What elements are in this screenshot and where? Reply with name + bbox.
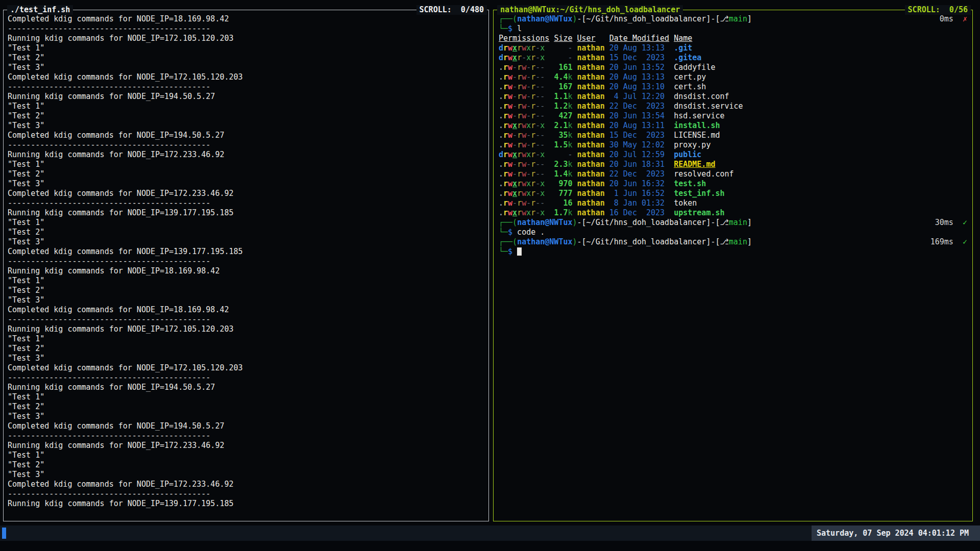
command-line: └─$ code . xyxy=(499,228,972,237)
script-output-line: "Test 1" xyxy=(8,392,488,402)
file-row: .rw-rw-r-- 1.1k nathan 4 Jul 12:20 dnsdi… xyxy=(499,92,972,102)
script-output-line: Completed kdig commands for NODE_IP=194.… xyxy=(8,131,488,140)
file-name: cert.sh xyxy=(674,82,706,91)
script-output-line: Running kdig commands for NODE_IP=139.17… xyxy=(8,499,488,509)
script-output-line: Completed kdig commands for NODE_IP=172.… xyxy=(8,189,488,198)
git-branch-label: main xyxy=(729,237,747,246)
script-output-line: "Test 3" xyxy=(8,63,488,72)
script-output-line: ----------------------------------------… xyxy=(8,24,488,34)
script-output-line: Completed kdig commands for NODE_IP=139.… xyxy=(8,247,488,257)
file-name: resolved.conf xyxy=(674,169,733,179)
script-output-line: ----------------------------------------… xyxy=(8,489,488,499)
file-row: .rw-rw-r-- 35k nathan 15 Dec 2023 LICENS… xyxy=(499,131,972,140)
script-output-line: "Test 3" xyxy=(8,237,488,247)
file-row: .rw-rw-r-- 16 nathan 8 Jan 01:32 token xyxy=(499,198,972,208)
script-output-line: "Test 1" xyxy=(8,160,488,169)
screen-bottom-strip xyxy=(0,541,980,551)
script-output-line: "Test 2" xyxy=(8,111,488,121)
script-output-line: ----------------------------------------… xyxy=(8,198,488,208)
file-row: .rw-rw-r-- 427 nathan 20 Jun 13:54 hsd.s… xyxy=(499,111,972,121)
command-duration: 30ms ✓ xyxy=(935,218,967,228)
file-row: drwxr-xr-x - nathan 15 Dec 2023 .gitea xyxy=(499,53,972,63)
script-output-line: "Test 3" xyxy=(8,412,488,421)
script-output-line: Running kdig commands for NODE_IP=172.10… xyxy=(8,324,488,334)
file-name: cert.py xyxy=(674,72,706,82)
file-name: public xyxy=(674,150,701,159)
script-output-line: "Test 2" xyxy=(8,402,488,412)
script-output-line: Completed kdig commands for NODE_IP=194.… xyxy=(8,421,488,431)
script-output-line: "Test 3" xyxy=(8,295,488,305)
script-output-line: "Test 1" xyxy=(8,102,488,111)
script-output-line: Running kdig commands for NODE_IP=194.50… xyxy=(8,383,488,392)
git-branch-label: main xyxy=(729,14,747,23)
script-output-line: "Test 2" xyxy=(8,460,488,470)
file-name: README.md xyxy=(674,160,715,169)
script-output-line: Running kdig commands for NODE_IP=172.23… xyxy=(8,441,488,450)
file-row: drwxrwxr-x - nathan 20 Jul 12:59 public xyxy=(499,150,972,160)
script-output-line: Running kdig commands for NODE_IP=172.10… xyxy=(8,34,488,43)
git-branch-label: main xyxy=(729,218,747,227)
desktop-screen: ./test_inf.sh SCROLL: 0/480 Completed kd… xyxy=(0,0,980,551)
script-output-line: "Test 1" xyxy=(8,43,488,53)
file-row: .rw-rw-r-- 167 nathan 20 Aug 13:10 cert.… xyxy=(499,82,972,92)
script-output-line: "Test 2" xyxy=(8,169,488,179)
pane-right-shell[interactable]: nathan@NWTux:~/Git/hns_doh_loadbalancer … xyxy=(493,0,973,521)
script-output-line: Completed kdig commands for NODE_IP=172.… xyxy=(8,72,488,82)
script-output-line: "Test 2" xyxy=(8,53,488,63)
pane-right-border: ┌──(nathan@NWTux)-[~/Git/hns_doh_loadbal… xyxy=(493,10,973,521)
file-name: .git xyxy=(674,43,692,53)
pane-right-title: nathan@NWTux:~/Git/hns_doh_loadbalancer xyxy=(497,5,683,15)
file-row: .rwxrwxr-x 777 nathan 1 Jun 16:52 test_i… xyxy=(499,189,972,198)
file-row: .rw-rw-r-- 161 nathan 20 Jun 13:52 Caddy… xyxy=(499,63,972,72)
file-name: test_inf.sh xyxy=(674,189,724,198)
script-output-line: "Test 1" xyxy=(8,450,488,460)
file-name: dnsdist.service xyxy=(674,102,743,111)
script-output-line: Running kdig commands for NODE_IP=18.169… xyxy=(8,266,488,276)
file-name: .gitea xyxy=(674,53,701,62)
statusbar-accent-block xyxy=(2,528,6,539)
prompt-line: ┌──(nathan@NWTux)-[~/Git/hns_doh_loadbal… xyxy=(499,218,972,228)
file-row: .rw-rw-r-- 4.4k nathan 20 Aug 13:13 cert… xyxy=(499,72,972,82)
file-name: test.sh xyxy=(674,179,706,188)
file-row: .rwxrwxr-x 1.7k nathan 16 Dec 2023 upstr… xyxy=(499,208,972,218)
file-name: token xyxy=(674,198,697,208)
file-name: install.sh xyxy=(674,121,720,130)
file-row: .rwxrwxr-x 970 nathan 20 Jun 16:32 test.… xyxy=(499,179,972,189)
script-output-line: "Test 2" xyxy=(8,228,488,237)
script-output-line: Completed kdig commands for NODE_IP=18.1… xyxy=(8,14,488,24)
file-name: hsd.service xyxy=(674,111,724,120)
pane-left-border: Completed kdig commands for NODE_IP=18.1… xyxy=(3,10,489,521)
file-row: .rw-rw-r-- 1.5k nathan 30 May 12:02 prox… xyxy=(499,140,972,150)
command-duration: 0ms ✗ xyxy=(940,14,967,24)
pane-left-title: ./test_inf.sh xyxy=(7,5,73,15)
command-line: └─$ xyxy=(499,247,972,257)
script-output-line: Running kdig commands for NODE_IP=194.50… xyxy=(8,92,488,102)
ls-header-row: Permissions Size User Date Modified Name xyxy=(499,34,972,43)
terminal-cursor[interactable] xyxy=(517,247,522,256)
script-output-line: ----------------------------------------… xyxy=(8,82,488,92)
script-output-line: "Test 3" xyxy=(8,179,488,189)
script-output-line: Completed kdig commands for NODE_IP=172.… xyxy=(8,480,488,489)
command-line: └─$ l xyxy=(499,24,972,34)
script-output-line: "Test 3" xyxy=(8,470,488,480)
prompt-line: ┌──(nathan@NWTux)-[~/Git/hns_doh_loadbal… xyxy=(499,237,972,247)
script-output-line: Running kdig commands for NODE_IP=172.23… xyxy=(8,150,488,160)
script-output-line: ----------------------------------------… xyxy=(8,431,488,441)
script-output-line: ----------------------------------------… xyxy=(8,373,488,383)
file-row: drwxrwxr-x - nathan 20 Aug 13:13 .git xyxy=(499,43,972,53)
pane-left-scroll-indicator: SCROLL: 0/480 xyxy=(416,5,487,15)
file-name: upstream.sh xyxy=(674,208,724,217)
file-name: dnsdist.conf xyxy=(674,92,729,101)
pane-left-test-script[interactable]: ./test_inf.sh SCROLL: 0/480 Completed kd… xyxy=(3,0,489,521)
script-output-line: ----------------------------------------… xyxy=(8,315,488,324)
file-row: .rw-rw-r-- 2.3k nathan 20 Jun 18:31 READ… xyxy=(499,160,972,169)
script-output-line: "Test 3" xyxy=(8,354,488,363)
prompt-line: ┌──(nathan@NWTux)-[~/Git/hns_doh_loadbal… xyxy=(499,14,972,24)
script-output-line: Completed kdig commands for NODE_IP=18.1… xyxy=(8,305,488,315)
statusbar-clock: Saturday, 07 Sep 2024 04:01:12 PM xyxy=(812,525,980,541)
script-output-line: ----------------------------------------… xyxy=(8,140,488,150)
file-name: Caddyfile xyxy=(674,63,715,72)
file-row: .rw-rw-r-- 1.4k nathan 22 Dec 2023 resol… xyxy=(499,169,972,179)
script-output-line: Running kdig commands for NODE_IP=139.17… xyxy=(8,208,488,218)
file-name: proxy.py xyxy=(674,140,710,149)
